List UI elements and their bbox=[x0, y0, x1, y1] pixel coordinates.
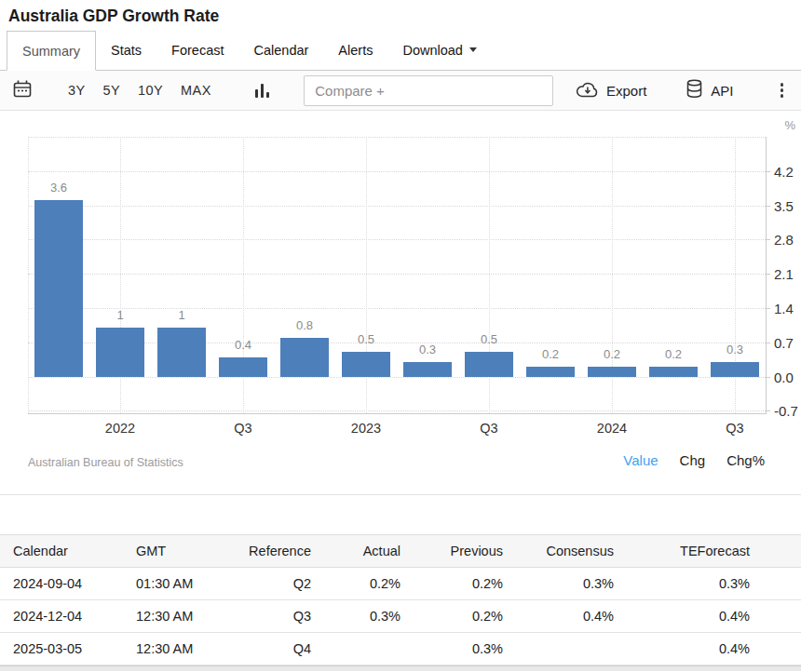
date-picker-button[interactable] bbox=[12, 79, 33, 101]
x-axis-label: Q3 bbox=[452, 421, 526, 436]
table-cell: 0.3% bbox=[319, 600, 408, 633]
table-header-row: CalendarGMTReferenceActualPreviousConsen… bbox=[0, 535, 801, 568]
table-cell: 0.4% bbox=[510, 600, 621, 633]
table-cell bbox=[510, 633, 621, 665]
more-options-button[interactable] bbox=[775, 81, 790, 100]
cloud-download-icon bbox=[576, 81, 599, 101]
table-header-cell: TEForecast bbox=[621, 535, 801, 568]
calendar-table: CalendarGMTReferenceActualPreviousConsen… bbox=[0, 534, 801, 665]
tab-calendar[interactable]: Calendar bbox=[239, 30, 324, 70]
bar-value-label: 0.5 bbox=[335, 332, 397, 346]
chevron-down-icon bbox=[469, 47, 477, 52]
range-5y-button[interactable]: 5Y bbox=[103, 83, 121, 98]
y-axis-label: 1.4 bbox=[774, 301, 801, 316]
calendar-icon bbox=[12, 79, 33, 101]
bar-value-label: 0.8 bbox=[274, 318, 335, 332]
bar bbox=[219, 357, 267, 377]
tab-forecast[interactable]: Forecast bbox=[156, 30, 238, 70]
bar-value-label: 3.6 bbox=[28, 181, 89, 195]
y-tick-mark bbox=[766, 274, 770, 275]
y-tick-mark bbox=[766, 206, 770, 207]
x-axis-label: Q3 bbox=[206, 421, 280, 436]
x-axis-label: Q3 bbox=[698, 421, 772, 436]
y-tick-mark bbox=[766, 377, 770, 378]
bar-value-label: 0.3 bbox=[397, 343, 458, 356]
bar bbox=[403, 362, 452, 377]
api-label: API bbox=[711, 83, 733, 99]
compare-input[interactable] bbox=[304, 75, 553, 106]
bar bbox=[465, 352, 513, 376]
mode-chg-button[interactable]: Chg bbox=[680, 452, 706, 468]
gridline bbox=[28, 137, 29, 413]
y-tick-mark bbox=[766, 343, 770, 343]
bar-value-label: 0.4 bbox=[212, 338, 274, 352]
range-3y-button[interactable]: 3Y bbox=[68, 83, 86, 98]
y-axis-line bbox=[766, 137, 767, 413]
export-label: Export bbox=[606, 83, 646, 99]
kebab-menu-icon bbox=[781, 83, 784, 98]
table-cell: Q3 bbox=[222, 600, 319, 633]
bar-value-label: 0.2 bbox=[520, 347, 581, 361]
chart-mode-switch: ValueChgChg% bbox=[623, 452, 765, 468]
y-axis-label: 2.1 bbox=[774, 266, 801, 282]
y-axis-label: 4.2 bbox=[774, 164, 801, 180]
table-row: 2024-09-0401:30 AMQ20.2%0.2%0.3%0.3% bbox=[0, 568, 801, 600]
y-tick-mark bbox=[766, 308, 770, 309]
mode-value-button[interactable]: Value bbox=[623, 452, 658, 468]
tab-alerts[interactable]: Alerts bbox=[323, 30, 387, 70]
range-max-button[interactable]: MAX bbox=[181, 83, 211, 98]
bar-value-label: 0.2 bbox=[581, 347, 643, 361]
table-cell: 0.3% bbox=[621, 568, 801, 600]
y-axis-label: 2.8 bbox=[774, 232, 801, 248]
y-axis-label: 0.0 bbox=[774, 370, 801, 385]
tab-stats[interactable]: Stats bbox=[96, 30, 156, 70]
y-tick-mark bbox=[766, 171, 770, 172]
table-header-cell: Calendar bbox=[0, 535, 129, 568]
tab-label: Summary bbox=[22, 44, 80, 59]
x-axis-line bbox=[28, 413, 767, 414]
bar bbox=[588, 367, 636, 377]
gridline bbox=[28, 137, 766, 138]
y-axis-label: 3.5 bbox=[774, 198, 801, 214]
table-header-cell: Actual bbox=[319, 535, 408, 568]
bar bbox=[526, 367, 575, 377]
bar bbox=[711, 362, 759, 377]
gridline bbox=[28, 239, 766, 240]
tab-label: Stats bbox=[111, 43, 142, 58]
tab-label: Forecast bbox=[171, 43, 224, 58]
table-cell: 12:30 AM bbox=[129, 633, 222, 665]
mode-chgpct-button[interactable]: Chg% bbox=[726, 452, 765, 468]
range-selector: 3Y5Y10YMAX bbox=[68, 82, 229, 99]
bar bbox=[280, 338, 329, 377]
tab-summary[interactable]: Summary bbox=[7, 31, 96, 71]
table-row: 2024-12-0412:30 AMQ30.3%0.2%0.4%0.4% bbox=[0, 600, 801, 633]
x-axis-label: 2023 bbox=[329, 421, 403, 436]
chart-source: Australian Bureau of Statistics bbox=[28, 456, 183, 469]
table-cell: 0.3% bbox=[510, 568, 621, 600]
bar bbox=[649, 367, 698, 377]
bar-value-label: 1 bbox=[151, 308, 212, 322]
tab-download[interactable]: Download bbox=[387, 30, 492, 70]
database-icon bbox=[686, 79, 703, 101]
range-10y-button[interactable]: 10Y bbox=[138, 83, 163, 98]
api-button[interactable]: API bbox=[686, 79, 733, 101]
table-cell: 0.4% bbox=[621, 633, 801, 665]
x-axis-label: 2024 bbox=[575, 421, 649, 436]
chart-type-button[interactable] bbox=[255, 84, 270, 98]
table-header-cell: Previous bbox=[408, 535, 510, 568]
plot-area: 3.6110.40.80.50.30.50.20.20.20.3 bbox=[28, 137, 766, 413]
y-axis-label: -0.7 bbox=[774, 403, 801, 419]
bar-chart-icon bbox=[255, 84, 270, 98]
toolbar: 3Y5Y10YMAX Export API bbox=[0, 71, 801, 111]
gridline bbox=[28, 377, 766, 378]
export-button[interactable]: Export bbox=[576, 81, 646, 101]
tab-label: Calendar bbox=[254, 43, 309, 58]
tab-label: Download bbox=[402, 43, 463, 58]
page-title: Australia GDP Growth Rate bbox=[8, 7, 793, 26]
bar-value-label: 0.3 bbox=[704, 343, 766, 356]
bar-value-label: 0.5 bbox=[458, 332, 520, 346]
table-cell: Q4 bbox=[222, 633, 319, 665]
chart-panel: % 3.6110.40.80.50.30.50.20.20.20.3 4.23.… bbox=[0, 111, 801, 495]
table-cell: 0.3% bbox=[408, 633, 510, 665]
table-cell: 0.2% bbox=[319, 568, 408, 600]
